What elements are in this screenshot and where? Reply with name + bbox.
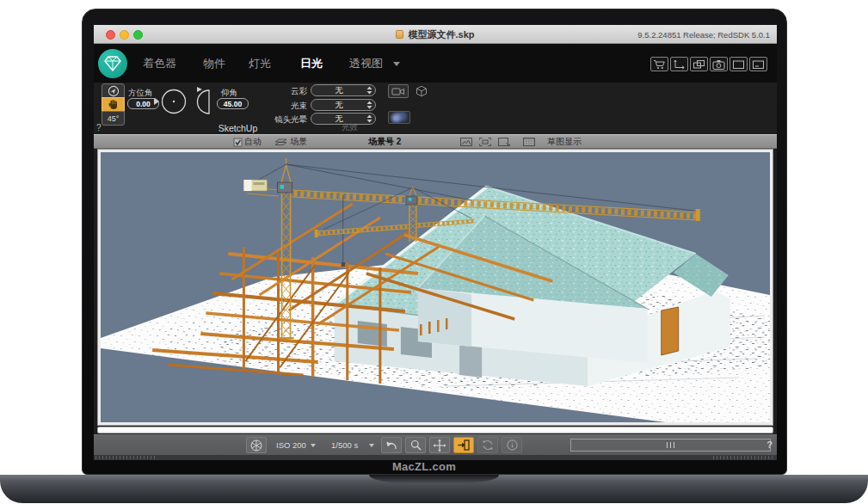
orbit-mode-button[interactable] bbox=[102, 83, 125, 98]
aperture-icon bbox=[249, 439, 263, 452]
page-background: 模型源文件.skp 9.5.2.24851 Release; RedSDK 5.… bbox=[0, 0, 868, 504]
pan-button[interactable] bbox=[429, 437, 450, 453]
zoom-button[interactable] bbox=[405, 437, 426, 453]
layers-button[interactable] bbox=[690, 57, 708, 71]
window-titlebar: 模型源文件.skp 9.5.2.24851 Release; RedSDK 5.… bbox=[94, 25, 777, 44]
refresh-icon bbox=[481, 439, 495, 452]
cube-icon[interactable] bbox=[416, 85, 428, 99]
clouds-dropdown[interactable]: 无 bbox=[311, 84, 376, 96]
sketchup-label: SketchUp bbox=[145, 123, 330, 133]
frame-icon bbox=[732, 59, 745, 70]
macbook-screen-bezel: 模型源文件.skp 9.5.2.24851 Release; RedSDK 5.… bbox=[82, 9, 787, 475]
zoom-icon bbox=[409, 439, 422, 452]
auto-checkbox-label[interactable]: 自动 bbox=[244, 135, 262, 148]
beam-dropdown[interactable]: 无 bbox=[311, 99, 376, 111]
dropdown-arrow-icon[interactable] bbox=[369, 444, 374, 447]
info-icon bbox=[506, 439, 519, 452]
undo-button[interactable] bbox=[381, 437, 402, 453]
horizontal-scrollbar[interactable] bbox=[97, 427, 773, 433]
scenes-icon bbox=[273, 137, 288, 148]
cart-icon bbox=[653, 59, 666, 70]
layers-icon bbox=[693, 59, 705, 70]
gem-icon bbox=[104, 56, 121, 71]
chevron-down-icon[interactable] bbox=[393, 62, 400, 66]
azimuth-dial[interactable] bbox=[152, 86, 188, 117]
angle-preset-button[interactable]: 45° bbox=[102, 111, 125, 126]
axes-icon bbox=[673, 59, 686, 70]
hand-icon bbox=[108, 99, 119, 110]
beam-label: 光束 bbox=[264, 101, 307, 112]
video-camera-icon bbox=[391, 87, 405, 96]
tab-lights[interactable]: 灯光 bbox=[249, 44, 271, 83]
texture-preview-icon[interactable] bbox=[521, 137, 537, 148]
help-link[interactable]: ? bbox=[766, 439, 773, 450]
laptop-lid-notch bbox=[369, 475, 499, 484]
camera-button[interactable] bbox=[710, 57, 728, 71]
sketch-display-label[interactable]: 草图显示 bbox=[547, 135, 582, 148]
tab-sunlight[interactable]: 日光 bbox=[300, 44, 323, 83]
cart-button[interactable] bbox=[650, 57, 668, 71]
document-icon bbox=[396, 30, 403, 39]
refresh-button[interactable] bbox=[477, 437, 498, 453]
version-info: 9.5.2.24851 Release; RedSDK 5.0.1 bbox=[637, 30, 770, 40]
info-button[interactable] bbox=[502, 437, 522, 453]
lens-flare-preview[interactable] bbox=[388, 111, 410, 124]
render-progress-slider[interactable] bbox=[570, 439, 771, 452]
plugin-menubar: 着色器 物件 灯光 日光 透视图 bbox=[94, 44, 777, 83]
tab-shader[interactable]: 着色器 bbox=[143, 44, 176, 83]
compass-icon bbox=[108, 85, 120, 97]
photo-icon[interactable] bbox=[459, 137, 474, 148]
export-image-icon[interactable] bbox=[496, 137, 512, 148]
scene-menu[interactable]: 场景 bbox=[290, 135, 307, 148]
elevation-value-field[interactable]: 45.00 bbox=[217, 98, 249, 109]
light-effects-label: 光效 bbox=[342, 122, 358, 133]
frame-button[interactable] bbox=[729, 57, 748, 71]
pan-mode-button[interactable] bbox=[102, 97, 125, 112]
axes-button[interactable] bbox=[670, 57, 688, 71]
shutter-value[interactable]: 1/500 s bbox=[331, 440, 358, 450]
dropdown-arrow-icon[interactable] bbox=[311, 444, 316, 447]
stepper-icon bbox=[366, 101, 372, 109]
iso-value[interactable]: ISO 200 bbox=[276, 440, 306, 450]
camera-toolbar: ISO 200 1/500 s bbox=[94, 434, 777, 455]
pan-icon bbox=[433, 439, 446, 452]
display-button[interactable] bbox=[749, 57, 767, 71]
camera-icon bbox=[712, 59, 725, 70]
viewport-frame bbox=[97, 149, 773, 426]
sunlight-panel: 45° 方位角 0.00 仰角 45.00 云彩 无 bbox=[94, 83, 777, 134]
undo-icon bbox=[385, 439, 398, 452]
scene-name[interactable]: 场景号 2 bbox=[368, 135, 401, 148]
watermark-text: MacZL.com bbox=[83, 460, 766, 475]
elevation-dial[interactable] bbox=[192, 86, 216, 117]
display-icon bbox=[752, 59, 765, 70]
scene-bar: 自动 场景 场景号 2 bbox=[94, 134, 777, 149]
stepper-icon bbox=[366, 114, 372, 123]
help-link[interactable]: ? bbox=[96, 123, 102, 132]
auto-checkbox[interactable] bbox=[230, 137, 245, 148]
clouds-label: 云彩 bbox=[264, 86, 307, 97]
fit-view-icon[interactable] bbox=[477, 137, 493, 148]
aperture-button[interactable] bbox=[246, 437, 267, 453]
walkthrough-icon bbox=[457, 439, 471, 452]
plugin-logo[interactable] bbox=[98, 49, 127, 78]
laptop-base bbox=[0, 475, 868, 503]
viewport-3d-scene[interactable] bbox=[101, 152, 770, 422]
cloud-animation-button[interactable] bbox=[388, 84, 409, 98]
walkthrough-button[interactable] bbox=[453, 437, 474, 453]
tab-objects[interactable]: 物件 bbox=[203, 44, 225, 83]
app-window: 模型源文件.skp 9.5.2.24851 Release; RedSDK 5.… bbox=[94, 25, 777, 460]
tab-perspective[interactable]: 透视图 bbox=[349, 44, 383, 83]
stepper-icon bbox=[366, 86, 372, 95]
